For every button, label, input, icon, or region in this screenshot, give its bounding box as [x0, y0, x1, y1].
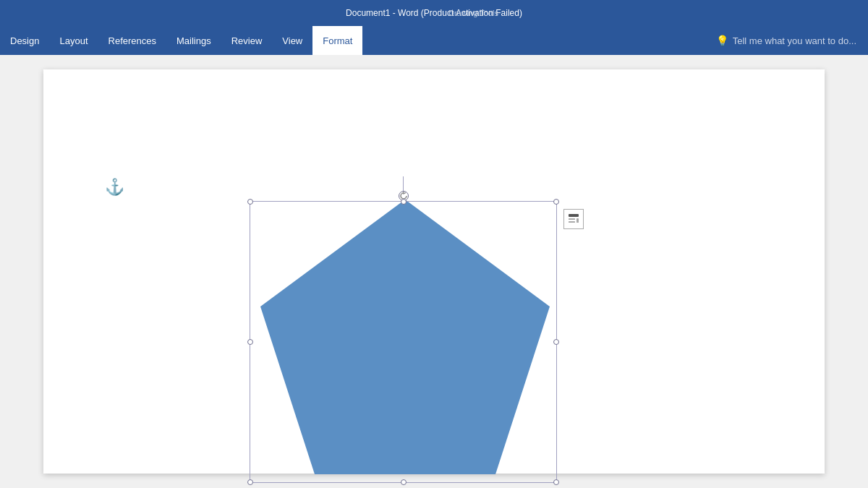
tell-me-text[interactable]: Tell me what you want to do... [733, 35, 856, 46]
menu-item-layout[interactable]: Layout [49, 26, 98, 55]
rotate-handle[interactable] [399, 176, 409, 201]
svg-rect-1 [569, 214, 579, 217]
menu-item-review[interactable]: Review [221, 26, 273, 55]
anchor-icon: ⚓ [105, 178, 124, 197]
tell-me-bar: 💡 Tell me what you want to do... [705, 26, 868, 55]
layout-options-button[interactable] [563, 209, 584, 229]
shape-container[interactable] [250, 192, 561, 481]
menu-item-mailings[interactable]: Mailings [166, 26, 221, 55]
svg-rect-3 [569, 221, 575, 223]
handle-top-mid[interactable] [401, 199, 407, 205]
handle-top-right[interactable] [553, 199, 559, 205]
handle-top-left[interactable] [247, 199, 253, 205]
handle-bot-mid[interactable] [401, 479, 407, 485]
selection-box [250, 201, 557, 483]
handle-bot-left[interactable] [247, 479, 253, 485]
lightbulb-icon: 💡 [716, 35, 728, 46]
menu-item-references[interactable]: References [98, 26, 166, 55]
menu-bar: Design Layout References Mailings Review… [0, 26, 868, 55]
menu-item-design[interactable]: Design [0, 26, 49, 55]
menu-item-format[interactable]: Format [312, 26, 362, 55]
svg-rect-4 [576, 218, 579, 223]
document-area: ⚓ [0, 55, 868, 488]
handle-bot-right[interactable] [553, 479, 559, 485]
svg-rect-2 [569, 218, 575, 220]
handle-mid-left[interactable] [247, 339, 253, 345]
rotate-handle-line [403, 176, 404, 191]
window-title: Document1 - Word (Product Activation Fai… [346, 8, 522, 18]
handle-mid-right[interactable] [553, 339, 559, 345]
page: ⚓ [43, 69, 825, 474]
menu-item-view[interactable]: View [272, 26, 312, 55]
